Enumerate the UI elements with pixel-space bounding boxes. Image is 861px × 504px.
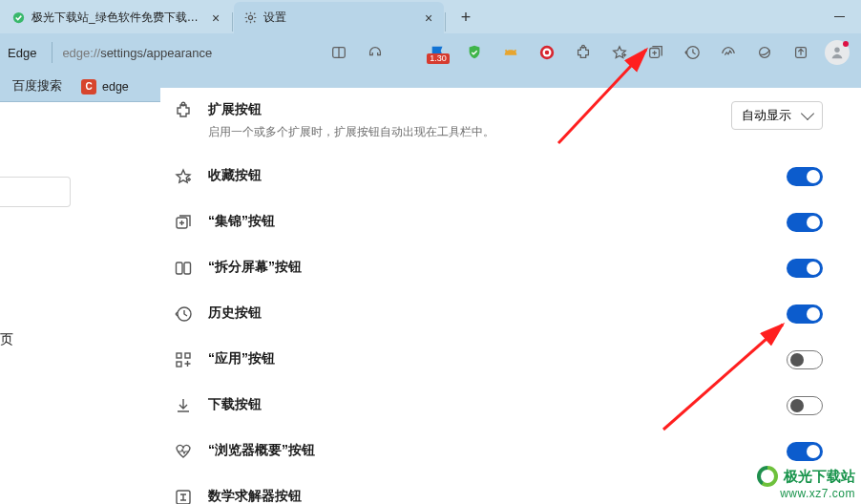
- svg-rect-15: [184, 262, 191, 274]
- setting-title: 数学求解器按钮: [208, 488, 823, 504]
- setting-row-history: 历史按钮: [160, 291, 861, 337]
- math-icon: [174, 488, 193, 504]
- settings-content: 扩展按钮 启用一个或多个扩展时，扩展按钮自动出现在工具栏中。 自动显示 收藏按钮…: [160, 88, 861, 504]
- svg-rect-18: [185, 353, 190, 358]
- gear-icon: [243, 10, 258, 25]
- star-plus-icon: [174, 167, 193, 186]
- svg-rect-14: [177, 262, 183, 274]
- apps-toggle[interactable]: [787, 350, 823, 369]
- setting-row-split: “拆分屏幕”按钮: [160, 245, 861, 291]
- setting-description: 启用一个或多个扩展时，扩展按钮自动出现在工具栏中。: [208, 124, 716, 140]
- bookmark-label: edge: [102, 80, 129, 94]
- setting-row-collections: “集锦”按钮: [160, 200, 861, 245]
- svg-point-6: [582, 45, 585, 48]
- download-icon: [174, 396, 193, 415]
- favorites-icon[interactable]: [603, 38, 636, 67]
- new-tab-button[interactable]: +: [452, 4, 479, 31]
- extensions-visibility-dropdown[interactable]: 自动显示: [731, 101, 823, 130]
- collections-icon[interactable]: [640, 38, 672, 67]
- tab-settings[interactable]: 设置 ×: [234, 2, 444, 33]
- collections-plus-icon: [174, 213, 193, 232]
- puzzle-icon: [174, 101, 193, 120]
- svg-rect-19: [177, 362, 181, 367]
- setting-title: 下载按钮: [208, 396, 771, 413]
- history-clock-icon: [174, 304, 193, 324]
- setting-row-math: 数学求解器按钮: [160, 474, 861, 504]
- bookmark-baidu[interactable]: 百度搜索: [8, 75, 67, 97]
- setting-title: “浏览器概要”按钮: [208, 442, 771, 459]
- tab-divider: [445, 12, 446, 32]
- collections-toggle[interactable]: [787, 213, 823, 232]
- svg-point-12: [181, 102, 185, 106]
- watermark-logo-icon: [757, 466, 778, 487]
- tab-close-button[interactable]: ×: [208, 10, 223, 26]
- setting-row-perf: “浏览器概要”按钮: [160, 429, 861, 474]
- separator: [52, 42, 52, 63]
- setting-title: 扩展按钮: [208, 101, 716, 118]
- read-aloud-icon[interactable]: [359, 38, 391, 67]
- url-path: settings/appearance: [100, 46, 212, 60]
- window-titlebar: 极光下载站_绿色软件免费下载_… × 设置 × +: [0, 0, 861, 33]
- tab-title: 极光下载站_绿色软件免费下载_…: [32, 10, 202, 26]
- chevron-down-icon: [801, 107, 814, 120]
- heartbeat-icon: [174, 442, 193, 461]
- downloads-toggle[interactable]: [787, 396, 823, 415]
- watermark-title: 极光下载站: [784, 468, 855, 486]
- favorites-toggle[interactable]: [787, 167, 823, 186]
- setting-title: “集锦”按钮: [208, 213, 771, 230]
- split-screen-icon: [174, 259, 193, 278]
- split-toggle[interactable]: [787, 259, 823, 278]
- browser-name-label: Edge: [8, 46, 36, 60]
- svg-point-11: [834, 48, 839, 52]
- reader-mode-icon[interactable]: [323, 38, 355, 67]
- address-bar[interactable]: edge:// settings/appearance: [62, 46, 212, 60]
- flag-icon[interactable]: 1.30: [422, 38, 454, 67]
- setting-title: 历史按钮: [208, 304, 771, 322]
- watermark: 极光下载站 www.xz7.com: [757, 466, 855, 500]
- extensions-icon[interactable]: [567, 38, 599, 67]
- setting-row-apps: “应用”按钮: [160, 337, 861, 383]
- window-minimize-button[interactable]: [817, 2, 861, 32]
- setting-title: 收藏按钮: [208, 167, 771, 184]
- svg-rect-17: [177, 353, 181, 358]
- svg-point-1: [248, 15, 252, 19]
- setting-title: “应用”按钮: [208, 350, 771, 368]
- performance-icon[interactable]: [712, 38, 745, 67]
- share-icon[interactable]: [785, 38, 817, 67]
- tab-title: 设置: [263, 10, 415, 26]
- site-favicon: [11, 10, 26, 25]
- bookmark-edge[interactable]: C edge: [76, 76, 134, 97]
- setting-title: “拆分屏幕”按钮: [208, 259, 771, 276]
- history-icon[interactable]: [676, 38, 708, 67]
- setting-row-downloads: 下载按钮: [160, 383, 861, 429]
- sidebar-item-fragment[interactable]: 页: [0, 331, 71, 348]
- setting-row-extensions: 扩展按钮 启用一个或多个扩展时，扩展按钮自动出现在工具栏中。 自动显示: [160, 88, 861, 154]
- sidebar-input-fragment[interactable]: [0, 177, 71, 207]
- apps-grid-icon: [174, 350, 193, 369]
- bookmark-label: 百度搜索: [12, 78, 62, 94]
- svg-point-5: [545, 51, 550, 55]
- tab-divider: [232, 12, 233, 32]
- cat-icon[interactable]: [494, 38, 527, 67]
- dropdown-value: 自动显示: [742, 107, 791, 124]
- flag-badge: 1.30: [427, 53, 450, 64]
- browser-toolbar: Edge edge:// settings/appearance 1.30: [0, 33, 861, 72]
- profile-avatar[interactable]: [821, 38, 853, 67]
- window-controls: [817, 0, 861, 33]
- url-scheme: edge://: [62, 46, 100, 60]
- tab-site[interactable]: 极光下载站_绿色软件免费下载_… ×: [2, 2, 231, 33]
- svg-point-0: [13, 12, 24, 23]
- target-icon[interactable]: [531, 38, 563, 67]
- bookmark-favicon: C: [81, 79, 96, 94]
- shield-icon[interactable]: [458, 38, 491, 67]
- history-toggle[interactable]: [787, 304, 823, 324]
- perf-toggle[interactable]: [787, 442, 823, 461]
- watermark-url: www.xz7.com: [757, 487, 855, 500]
- settings-sidebar-fragment: 页: [0, 102, 71, 504]
- ie-mode-icon[interactable]: [748, 38, 781, 67]
- tab-close-button[interactable]: ×: [421, 10, 436, 26]
- setting-row-favorites: 收藏按钮: [160, 154, 861, 200]
